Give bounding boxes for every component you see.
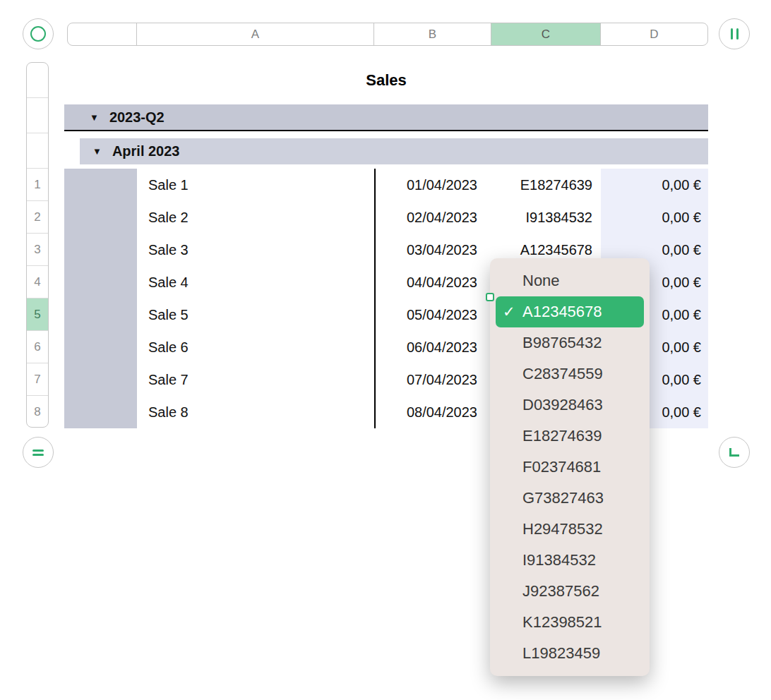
popup-cell-handle[interactable]: [486, 293, 494, 301]
cell-date[interactable]: 01/04/2023: [374, 169, 491, 201]
row-header-blank[interactable]: [27, 98, 48, 133]
group-month-label: April 2023: [112, 143, 180, 159]
cell-date[interactable]: 02/04/2023: [374, 201, 491, 234]
table-row: Sale 2 02/04/2023 I91384532 0,00 €: [64, 201, 708, 234]
cell-sale-name[interactable]: Sale 1: [137, 169, 374, 201]
dropdown-option[interactable]: D03928463: [496, 390, 644, 421]
dropdown-option[interactable]: F02374681: [496, 452, 644, 483]
dropdown-option[interactable]: J92387562: [496, 576, 644, 607]
row-header-3[interactable]: 3: [27, 234, 48, 266]
equals-icon: [32, 447, 44, 458]
row-options-button[interactable]: [23, 437, 54, 468]
row-indent-cell: [64, 266, 137, 298]
row-indent-cell: [64, 396, 137, 428]
row-header-7[interactable]: 7: [27, 363, 48, 396]
column-header-a[interactable]: A: [137, 23, 374, 45]
cell-date[interactable]: 06/04/2023: [374, 331, 491, 363]
group-quarter-label: 2023-Q2: [109, 109, 165, 126]
dropdown-option[interactable]: None: [496, 265, 644, 296]
circle-icon: [30, 26, 46, 42]
check-icon: ✓: [503, 303, 522, 320]
dropdown-option-selected[interactable]: ✓ A12345678: [496, 296, 644, 327]
cell-date[interactable]: 08/04/2023: [374, 396, 491, 428]
row-header-8[interactable]: 8: [27, 396, 48, 428]
cell-sale-name[interactable]: Sale 7: [137, 363, 374, 396]
column-header-bar: A B C D: [67, 23, 708, 46]
cell-code[interactable]: E18274639: [491, 169, 601, 201]
dropdown-option-label: A12345678: [522, 303, 602, 321]
pause-bars-icon: [731, 28, 739, 40]
column-header-c[interactable]: C: [491, 23, 601, 45]
cell-date[interactable]: 04/04/2023: [374, 266, 491, 298]
cell-sale-name[interactable]: Sale 5: [137, 298, 374, 331]
dropdown-option[interactable]: I91384532: [496, 545, 644, 576]
cell-sale-name[interactable]: Sale 6: [137, 331, 374, 363]
row-indent-cell: [64, 234, 137, 266]
cell-value[interactable]: 0,00 €: [601, 169, 708, 201]
row-header-2[interactable]: 2: [27, 201, 48, 234]
resize-table-button[interactable]: [719, 437, 750, 468]
column-header-d[interactable]: D: [601, 23, 707, 45]
row-header-blank[interactable]: [27, 63, 48, 98]
cell-date[interactable]: 03/04/2023: [374, 234, 491, 266]
row-header-4[interactable]: 4: [27, 266, 48, 298]
dropdown-option[interactable]: B98765432: [496, 327, 644, 358]
dropdown-option[interactable]: K12398521: [496, 607, 644, 638]
cell-value[interactable]: 0,00 €: [601, 201, 708, 234]
cell-sale-name[interactable]: Sale 8: [137, 396, 374, 428]
row-header-5[interactable]: 5: [27, 298, 48, 331]
group-row-month[interactable]: ▼ April 2023: [80, 138, 708, 164]
row-header-1[interactable]: 1: [27, 169, 48, 201]
dropdown-option[interactable]: G73827463: [496, 483, 644, 514]
column-header-b[interactable]: B: [374, 23, 491, 45]
table-title: Sales: [64, 71, 708, 90]
dropdown-option[interactable]: L19823459: [496, 638, 644, 669]
dropdown-option[interactable]: C28374559: [496, 358, 644, 390]
row-number-strip: 1 2 3 4 5 6 7 8: [26, 62, 49, 428]
row-indent-cell: [64, 169, 137, 201]
row-header-6[interactable]: 6: [27, 331, 48, 363]
group-row-quarter[interactable]: ▼ 2023-Q2: [64, 104, 708, 131]
select-all-button[interactable]: [23, 18, 54, 49]
corner-resize-icon: [729, 448, 739, 457]
cell-sale-name[interactable]: Sale 4: [137, 266, 374, 298]
cell-date[interactable]: 07/04/2023: [374, 363, 491, 396]
cell-sale-name[interactable]: Sale 3: [137, 234, 374, 266]
cell-date[interactable]: 05/04/2023: [374, 298, 491, 331]
disclosure-triangle-icon[interactable]: ▼: [92, 146, 102, 157]
column-options-button[interactable]: [719, 18, 750, 49]
row-indent-cell: [64, 201, 137, 234]
row-indent-cell: [64, 298, 137, 331]
row-indent-cell: [64, 363, 137, 396]
row-header-blank[interactable]: [27, 133, 48, 169]
row-indent-cell: [64, 331, 137, 363]
disclosure-triangle-icon[interactable]: ▼: [90, 112, 99, 123]
column-header-corner[interactable]: [68, 23, 137, 45]
table-row: Sale 1 01/04/2023 E18274639 0,00 €: [64, 169, 708, 201]
cell-code[interactable]: I91384532: [491, 201, 601, 234]
dropdown-option[interactable]: H29478532: [496, 514, 644, 545]
code-dropdown-menu: None ✓ A12345678 B98765432 C28374559 D03…: [490, 258, 650, 676]
dropdown-option[interactable]: E18274639: [496, 421, 644, 452]
cell-sale-name[interactable]: Sale 2: [137, 201, 374, 234]
